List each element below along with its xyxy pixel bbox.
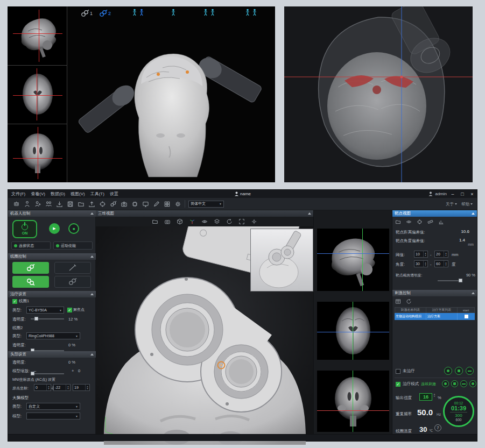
- coord-z-spinner[interactable]: 19 ▲▼: [73, 384, 90, 391]
- mode-button-2[interactable]: [451, 380, 458, 387]
- intensity-stepper[interactable]: ▲▼: [433, 393, 435, 397]
- motion-enable-button[interactable]: 运动使能: [53, 241, 93, 250]
- start-cell[interactable]: [457, 313, 475, 320]
- cube-icon[interactable]: [177, 218, 184, 225]
- session-button-3[interactable]: [466, 367, 474, 375]
- threshold-min-spinner[interactable]: 10 ▲▼: [414, 251, 428, 258]
- menu-view[interactable]: 查看(V): [31, 191, 45, 197]
- connection-status-button[interactable]: 连接状态: [11, 241, 51, 250]
- thumbnail-axial[interactable]: [13, 68, 62, 120]
- minus-icon[interactable]: –: [34, 368, 36, 373]
- table-row[interactable]: 生物运动结构模拟 治疗方案: [395, 313, 475, 320]
- language-select[interactable]: 简体中文 ▼: [188, 201, 224, 208]
- menu-file[interactable]: 文件(F): [11, 191, 25, 197]
- coil-1-indicator[interactable]: 1: [81, 10, 93, 17]
- folder-icon[interactable]: [77, 200, 85, 208]
- folder-icon[interactable]: [395, 218, 402, 225]
- mri-axial-view[interactable]: [317, 302, 389, 360]
- coil-mode-button-3[interactable]: [12, 276, 49, 288]
- brain-type-select[interactable]: 自定义▼: [26, 403, 80, 410]
- menu-data[interactable]: 数据(D): [51, 191, 65, 197]
- mri-sagittal-view[interactable]: [317, 229, 389, 291]
- coil-mode-button-2[interactable]: [54, 262, 91, 274]
- about-menu[interactable]: 关于: [446, 202, 457, 207]
- thumbnail-coronal[interactable]: [13, 127, 62, 179]
- mode-button-3[interactable]: [460, 380, 467, 387]
- threshold-max-spinner[interactable]: 20 ▲▼: [434, 251, 448, 258]
- registration-icon[interactable]: [99, 200, 106, 208]
- monitor-icon[interactable]: [142, 200, 149, 208]
- treat-mode-checkbox[interactable]: ✓: [396, 382, 400, 387]
- center-view-header[interactable]: 三维视图: [96, 210, 313, 217]
- target-panel-header[interactable]: 靶点视图: [392, 210, 477, 217]
- coil-2-indicator[interactable]: 2: [99, 10, 111, 17]
- robot-power-button[interactable]: ON: [12, 220, 37, 238]
- export-icon[interactable]: [88, 200, 95, 208]
- chart-icon[interactable]: [438, 218, 445, 225]
- coil-3d-viewport[interactable]: [96, 226, 313, 434]
- session-button-1[interactable]: [444, 367, 452, 375]
- coil-inset-view[interactable]: [250, 229, 313, 291]
- coil1-checkbox[interactable]: ✓: [12, 299, 17, 304]
- stim-panel-header[interactable]: 刺激控制: [392, 290, 477, 296]
- close-button[interactable]: ×: [468, 190, 476, 198]
- angle-max-spinner[interactable]: 60 ▲▼: [434, 260, 448, 267]
- treatment-panel-header[interactable]: 治疗设置: [8, 291, 96, 297]
- layers-icon[interactable]: [214, 218, 221, 225]
- coil-mode-button-4[interactable]: [54, 276, 91, 288]
- logged-in-user[interactable]: admin: [435, 191, 447, 196]
- menu-viewport[interactable]: 视图(V): [71, 191, 85, 197]
- coil1-type-select[interactable]: YC-BY50A▼: [26, 307, 64, 314]
- camera-icon[interactable]: [120, 200, 128, 208]
- coil-tool-icon[interactable]: [109, 200, 117, 208]
- minimize-button[interactable]: –: [449, 190, 456, 198]
- rotate-icon[interactable]: [226, 218, 233, 225]
- eye-icon[interactable]: [405, 218, 412, 225]
- session-button-2[interactable]: [455, 367, 463, 375]
- grid-icon[interactable]: [163, 200, 171, 208]
- mode-button-4[interactable]: [469, 380, 476, 387]
- mode-button-1[interactable]: [442, 380, 449, 387]
- angle-min-spinner[interactable]: 30 ▲▼: [414, 260, 428, 267]
- table-icon[interactable]: [395, 298, 402, 305]
- fit-view-icon[interactable]: [238, 218, 245, 225]
- pen-icon[interactable]: [152, 200, 160, 208]
- patient-icon[interactable]: [23, 200, 31, 208]
- coord-y-spinner[interactable]: -22 ▲▼: [53, 384, 71, 391]
- target-opacity-slider[interactable]: [438, 278, 461, 283]
- navigation-3d-viewport[interactable]: 1 2: [68, 6, 275, 182]
- coord-x-spinner[interactable]: 0 ▲▼: [34, 384, 51, 391]
- column-header[interactable]: 治疗方案列表: [426, 308, 458, 312]
- model-select[interactable]: ▼: [26, 413, 80, 419]
- robot-icon[interactable]: [12, 200, 20, 208]
- save-icon[interactable]: [66, 200, 74, 208]
- maximize-button[interactable]: □: [459, 190, 466, 198]
- user-list-icon[interactable]: [45, 200, 52, 208]
- column-header[interactable]: start: [458, 308, 474, 312]
- robot-stop-button[interactable]: ■: [68, 223, 79, 234]
- add-patient-icon[interactable]: [34, 200, 41, 208]
- column-header[interactable]: 刺激名称列表: [395, 308, 426, 312]
- coil-head-transparent-panel[interactable]: [284, 6, 473, 182]
- robot-panel-header[interactable]: 机器人控制: [8, 210, 96, 217]
- coil-mode-button-1[interactable]: [12, 262, 49, 274]
- posture-group-4[interactable]: [245, 9, 257, 16]
- menu-settings[interactable]: 设置: [110, 191, 118, 197]
- mri-coronal-view[interactable]: [317, 371, 389, 432]
- coil2-type-select[interactable]: RingColiPH988▼: [26, 332, 80, 339]
- refresh-icon[interactable]: [405, 298, 412, 305]
- head-panel-header[interactable]: 头部设置: [8, 351, 96, 358]
- axis-cube-icon[interactable]: [189, 218, 196, 225]
- posture-group-2[interactable]: [171, 9, 175, 16]
- eye-icon[interactable]: [201, 218, 208, 225]
- menu-tools[interactable]: 工具(T): [90, 191, 104, 197]
- robot-start-button[interactable]: ▶: [49, 223, 60, 234]
- coil-panel-header[interactable]: 线圈控制: [8, 253, 96, 260]
- thumbnail-sagittal[interactable]: [13, 10, 62, 62]
- focus-point-checkbox[interactable]: ✓: [67, 308, 72, 312]
- gear-icon[interactable]: [251, 218, 258, 225]
- posture-group-1[interactable]: [132, 9, 144, 16]
- target-icon[interactable]: [416, 218, 423, 225]
- posture-group-3[interactable]: [203, 9, 215, 16]
- help-menu[interactable]: 帮助: [461, 202, 473, 207]
